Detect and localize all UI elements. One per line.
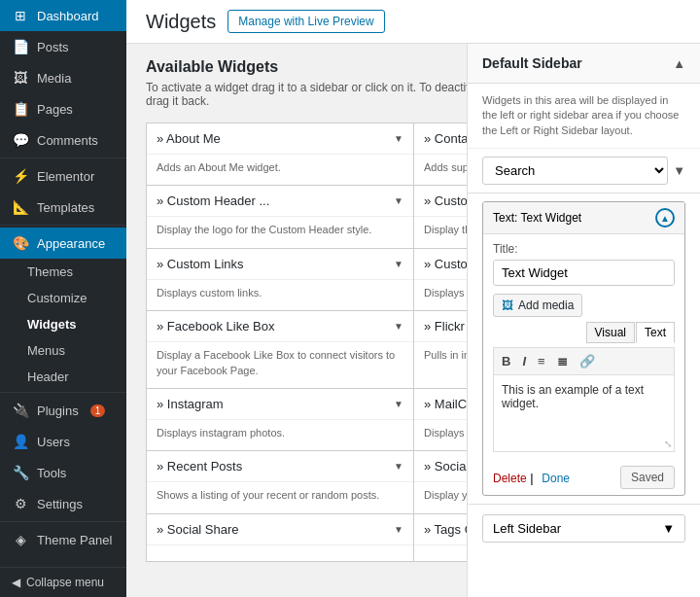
bold-btn[interactable]: B [498,352,514,370]
settings-icon: ⚙ [12,496,29,511]
widget-facebook[interactable]: » Facebook Like Box ▼ Display a Facebook… [147,310,413,388]
widget-recent-posts-label: » Recent Posts [157,459,242,474]
sidebar-item-settings[interactable]: ⚙ Settings [0,488,126,519]
search-chevron-down-icon[interactable]: ▼ [673,163,685,178]
link-btn[interactable]: 🔗 [576,352,599,370]
chevron-down-icon: ▼ [394,524,403,535]
chevron-down-icon: ▼ [394,133,403,144]
sidebar-sub-menus[interactable]: Menus [0,337,126,364]
editor-tabs: Visual Text [493,322,675,343]
widget-actions: Delete | Done Saved [483,460,684,495]
done-link[interactable]: Done [542,472,570,485]
text-widget-close-btn[interactable]: ▲ [655,208,675,228]
chevron-down-icon: ▼ [394,461,403,472]
templates-icon: 📐 [12,199,29,215]
widget-recent-posts-desc: Shows a listing of your recent or random… [147,482,413,512]
posts-icon: 📄 [12,39,29,54]
widget-facebook-label: » Facebook Like Box [157,319,274,334]
widget-about-me[interactable]: » About Me ▼ Adds an About Me widget. [147,123,413,185]
panel-title: Default Sidebar [482,55,582,71]
sidebar-sub-widgets[interactable]: Widgets [0,311,126,337]
default-sidebar-panel: Default Sidebar ▲ Widgets in this area w… [467,44,700,597]
panel-description: Widgets in this area will be displayed i… [468,84,700,149]
widget-recent-posts[interactable]: » Recent Posts ▼ Shows a listing of your… [147,450,413,512]
widget-flickr-label: » Flickr [424,319,465,334]
sidebar-item-users[interactable]: 👤 Users [0,426,126,457]
pages-icon: 📋 [12,101,29,117]
widget-facebook-desc: Display a Facebook Like Box to connect v… [147,342,413,388]
add-media-icon: 🖼 [502,298,513,312]
sidebar-sub-header[interactable]: Header [0,364,126,390]
widget-instagram-label: » Instagram [157,397,224,411]
chevron-down-icon: ▼ [394,195,403,206]
plugins-badge: 1 [90,404,106,417]
delete-link[interactable]: Delete [493,472,527,485]
add-media-btn[interactable]: 🖼 Add media [493,294,582,317]
editor-content-area[interactable]: This is an example of a text widget. ⤡ [493,374,675,452]
ordered-list-btn[interactable]: ≣ [553,352,572,370]
left-sidebar-select[interactable]: Left Sidebar ▼ [482,514,685,543]
sidebar-item-appearance[interactable]: 🎨 Appearance [0,228,126,259]
left-sidebar-section: Left Sidebar ▼ [468,504,700,552]
theme-panel-icon: ◈ [12,532,29,547]
italic-btn[interactable]: I [518,352,530,370]
content-area: Available Widgets To activate a widget d… [126,44,700,597]
appearance-icon: 🎨 [12,235,29,251]
search-widget-select[interactable]: Search [482,157,668,185]
text-widget-label: Text: Text Widget [493,211,581,225]
sidebar-item-dashboard[interactable]: ⊞ Dashboard [0,0,126,31]
search-widget-row: Search ▼ [468,149,700,193]
saved-button[interactable]: Saved [620,466,675,489]
chevron-down-icon: ▼ [662,521,675,536]
sidebar-item-plugins[interactable]: 🔌 Plugins 1 [0,395,126,426]
sidebar-item-pages[interactable]: 📋 Pages [0,93,126,124]
sidebar: ⊞ Dashboard 📄 Posts 🖼 Media 📋 Pages 💬 Co… [0,0,126,597]
tools-icon: 🔧 [12,465,29,480]
sidebar-item-media[interactable]: 🖼 Media [0,62,126,93]
sidebar-item-theme-panel[interactable]: ◈ Theme Panel [0,524,126,555]
comments-icon: 💬 [12,132,29,148]
collapse-menu-btn[interactable]: ◀ Collapse menu [0,567,126,597]
widget-about-me-desc: Adds an About Me widget. [147,155,413,185]
chevron-up-icon: ▲ [673,56,685,71]
topbar: Widgets Manage with Live Preview [126,0,700,44]
media-icon: 🖼 [12,70,29,86]
text-widget-editor: Text: Text Widget ▲ Title: 🖼 Add media V… [482,201,685,496]
title-input[interactable] [493,260,675,286]
sidebar-item-comments[interactable]: 💬 Comments [0,124,126,156]
widget-about-me-label: » About Me [157,131,221,146]
live-preview-button[interactable]: Manage with Live Preview [228,10,384,33]
sidebar-item-templates[interactable]: 📐 Templates [0,192,126,223]
widget-custom-header-desc: Display the logo for the Custom Header s… [147,217,413,247]
widget-instagram-desc: Displays instagram photos. [147,420,413,450]
sidebar-item-posts[interactable]: 📄 Posts [0,31,126,62]
visual-tab[interactable]: Visual [586,322,635,343]
dashboard-icon: ⊞ [12,8,29,23]
widget-instagram[interactable]: » Instagram ▼ Displays instagram photos. [147,388,413,450]
page-title: Widgets [146,11,216,33]
main-content: Widgets Manage with Live Preview Availab… [126,0,700,597]
chevron-down-icon: ▼ [394,321,403,332]
widget-custom-links-desc: Displays custom links. [147,280,413,310]
widget-custom-links-label: » Custom Links [157,257,244,271]
sidebar-sub-customize[interactable]: Customize [0,285,126,311]
widget-custom-header[interactable]: » Custom Header ... ▼ Display the logo f… [147,185,413,247]
unordered-list-btn[interactable]: ≡ [534,352,549,370]
text-tab[interactable]: Text [636,322,675,343]
collapse-icon: ◀ [12,576,20,589]
widget-social-share[interactable]: » Social Share ▼ [147,513,413,561]
widget-custom-links[interactable]: » Custom Links ▼ Displays custom links. [147,248,413,310]
elementor-icon: ⚡ [12,168,29,184]
sidebar-item-tools[interactable]: 🔧 Tools [0,457,126,488]
resize-handle-icon: ⤡ [664,439,672,449]
widget-social-share-label: » Social Share [157,522,239,537]
sidebar-sub-themes[interactable]: Themes [0,259,126,285]
users-icon: 👤 [12,434,29,449]
widget-social-share-desc [147,545,413,561]
plugins-icon: 🔌 [12,403,29,418]
chevron-down-icon: ▼ [394,399,403,409]
widget-custom-header-label: » Custom Header ... [157,193,269,208]
title-label: Title: [493,242,675,256]
chevron-down-icon: ▼ [394,259,403,269]
sidebar-item-elementor[interactable]: ⚡ Elementor [0,160,126,192]
